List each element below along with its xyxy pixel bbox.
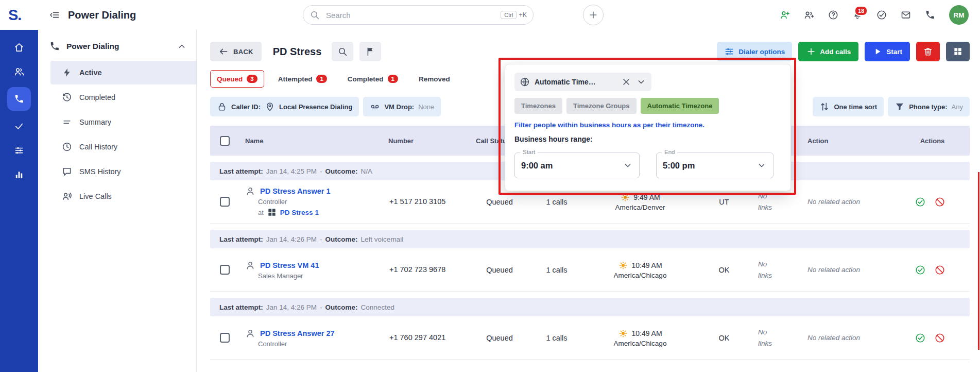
start-button[interactable]: Start (865, 42, 910, 61)
sidebar-item-live-calls[interactable]: Live Calls (50, 184, 196, 208)
remove-from-queue-icon[interactable] (935, 333, 945, 343)
search-icon (310, 10, 320, 20)
dialer-options-button[interactable]: Dialer options (717, 42, 792, 61)
quick-add-button[interactable] (583, 5, 604, 25)
last-attempt-value: Jan 14, 4:26 PM (266, 303, 317, 311)
rail-activities[interactable] (14, 121, 24, 131)
tab-label: Removed (419, 75, 450, 83)
last-attempt-label: Last attempt: (219, 235, 263, 243)
header-name[interactable]: Name (239, 137, 383, 145)
mail-icon[interactable] (901, 10, 911, 20)
outcome-label: Outcome: (325, 235, 358, 243)
timezone-name: America/Chicago (585, 340, 695, 347)
mark-done-icon[interactable] (915, 197, 925, 207)
back-arrow-icon (218, 46, 229, 57)
mark-done-icon[interactable] (915, 265, 925, 275)
plus-icon (806, 46, 816, 57)
lightning-icon (62, 67, 72, 78)
grid-icon (267, 207, 277, 217)
back-button[interactable]: BACK (210, 42, 262, 61)
contact-name-link[interactable]: PD Stress Answer 1 (260, 187, 330, 195)
vm-drop-value: None (418, 103, 434, 111)
grid-icon (953, 46, 963, 57)
row-checkbox[interactable] (220, 333, 230, 343)
sun-icon (618, 328, 628, 339)
chevron-up-icon[interactable] (177, 41, 187, 52)
list-search-button[interactable] (332, 42, 353, 61)
sidebar-item-label: Call History (79, 143, 117, 151)
add-team-icon[interactable] (804, 10, 814, 20)
remove-from-queue-icon[interactable] (935, 197, 945, 207)
business-hours-start-select[interactable]: Start 9:00 am (514, 153, 640, 178)
links-value: No links (758, 191, 782, 213)
action-value: No related action (807, 264, 865, 276)
phone-number: +1 702 723 9678 (389, 264, 447, 276)
calls-icon (14, 94, 24, 104)
rail-home[interactable] (14, 42, 24, 53)
delete-button[interactable] (916, 42, 940, 61)
phone-icon[interactable] (925, 10, 935, 20)
contact-role: Controller (258, 340, 383, 348)
search-input[interactable] (325, 10, 495, 20)
sidebar-item-summary[interactable]: Summary (50, 110, 196, 134)
add-calls-button[interactable]: Add calls (798, 42, 858, 61)
select-all-checkbox[interactable] (220, 136, 230, 146)
tab-count-badge: 3 (247, 75, 257, 83)
flag-button[interactable] (359, 42, 381, 61)
header-number[interactable]: Number (383, 137, 471, 145)
home-icon (14, 42, 24, 53)
campaign-link[interactable]: PD Stress 1 (280, 209, 319, 216)
activities-check-icon (14, 121, 24, 131)
outcome-value: Connected (361, 303, 394, 311)
help-icon[interactable] (828, 10, 838, 20)
rail-reports[interactable] (14, 170, 24, 180)
one-time-sort-chip[interactable]: One time sort (813, 97, 884, 116)
links-value: No links (758, 259, 782, 281)
add-calls-label: Add calls (820, 48, 851, 56)
sidebar-item-completed[interactable]: Completed (50, 86, 196, 109)
caller-id-chip[interactable]: Caller ID: Local Presence Dialing (210, 97, 359, 116)
grid-view-button[interactable] (946, 42, 970, 61)
tab-removed[interactable]: Removed (412, 70, 457, 88)
tasks-check-icon[interactable] (876, 10, 887, 20)
phone-type-chip[interactable]: Phone type: Any (888, 97, 970, 116)
row-checkbox[interactable] (220, 265, 230, 275)
local-time: 9:49 AM (633, 193, 660, 201)
notifications-bell[interactable]: 18 (852, 10, 863, 20)
outcome-label: Outcome: (325, 167, 358, 175)
sidebar-item-sms-history[interactable]: SMS History (50, 160, 196, 183)
row-checkbox[interactable] (220, 197, 230, 207)
global-search[interactable]: Ctrl +K (303, 5, 534, 25)
close-icon[interactable] (621, 77, 631, 87)
avatar[interactable]: RM (949, 5, 969, 25)
add-contact-icon[interactable] (780, 10, 790, 20)
remove-from-queue-icon[interactable] (935, 265, 945, 275)
last-attempt-value: Jan 14, 4:25 PM (266, 167, 317, 175)
tab-completed[interactable]: Completed 1 (341, 70, 405, 88)
sidebar-section-header[interactable]: Power Dialing (38, 30, 196, 60)
header-action[interactable]: Action (802, 137, 890, 145)
rail-calls[interactable] (7, 87, 31, 111)
sidebar-item-label: SMS History (79, 167, 121, 176)
business-hours-end-select[interactable]: End 5:00 pm (656, 153, 773, 178)
tab-attempted[interactable]: Attempted 1 (271, 70, 334, 88)
collapse-sidebar-icon[interactable] (49, 10, 60, 20)
sidebar-item-active[interactable]: Active (50, 61, 196, 84)
contact-name-link[interactable]: PD Stress VM 41 (260, 261, 319, 269)
contact-name-link[interactable]: PD Stress Answer 27 (260, 329, 335, 337)
vm-drop-chip[interactable]: VM Drop: None (363, 97, 441, 116)
reports-icon (14, 170, 24, 180)
tab-queued[interactable]: Queued 3 (210, 70, 264, 88)
sidebar-item-call-history[interactable]: Call History (50, 135, 196, 159)
tab-timezone-groups[interactable]: Timezone Groups (566, 98, 637, 114)
chevron-down-icon[interactable] (636, 77, 646, 87)
tab-timezones[interactable]: Timezones (514, 98, 562, 114)
rail-automation[interactable] (14, 145, 24, 156)
tab-label: Completed (348, 75, 384, 83)
mark-done-icon[interactable] (915, 333, 925, 343)
app-logo[interactable]: S. (8, 7, 33, 24)
timezone-filter-selector[interactable]: Automatic Time… (514, 73, 651, 91)
tab-automatic-timezone[interactable]: Automatic Timezone (641, 98, 719, 114)
sidebar-item-label: Summary (79, 118, 111, 126)
rail-contacts[interactable] (14, 66, 24, 77)
